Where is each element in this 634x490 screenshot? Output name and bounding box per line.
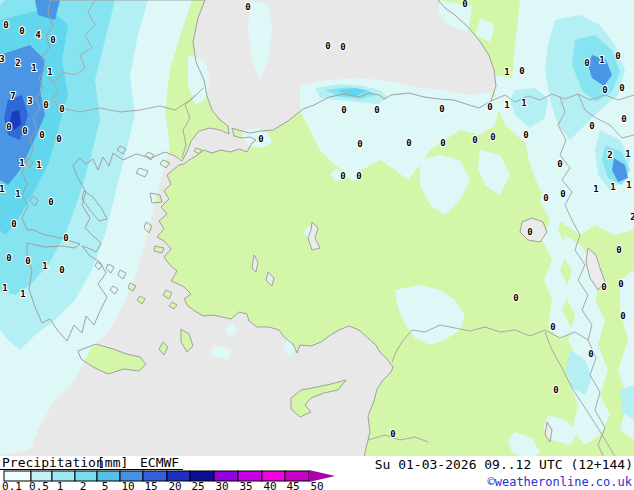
station-value: 0 <box>543 193 548 203</box>
station-value: 0 <box>513 293 518 303</box>
valid-time-label: Su 01-03-2026 09..12 UTC (12+144) <box>375 457 633 472</box>
scale-tick-label: 25 <box>191 480 204 490</box>
station-value: 1 <box>504 100 509 110</box>
scale-tick-label: 15 <box>144 480 157 490</box>
scale-tick-label: 10 <box>121 480 134 490</box>
station-value: 0 <box>325 41 330 51</box>
station-value: 2 <box>630 212 634 222</box>
station-value: 0 <box>22 126 27 136</box>
station-value: 1 <box>599 55 604 65</box>
station-value: 1 <box>36 160 41 170</box>
station-value: 0 <box>245 2 250 12</box>
station-value: 0 <box>523 130 528 140</box>
station-value: 0 <box>63 233 68 243</box>
station-value: 1 <box>593 184 598 194</box>
station-value: 0 <box>472 135 477 145</box>
station-value: 0 <box>602 85 607 95</box>
station-value: 0 <box>39 130 44 140</box>
station-value: 3 <box>0 54 5 64</box>
station-value: 1 <box>31 63 36 73</box>
copyright-label: ©weatheronline.co.uk <box>488 475 633 489</box>
station-value: 1 <box>610 182 615 192</box>
station-value: 1 <box>521 98 526 108</box>
station-value: 0 <box>6 253 11 263</box>
station-value: 0 <box>258 134 263 144</box>
station-value: 0 <box>619 83 624 93</box>
scale-tick-label: 40 <box>263 480 276 490</box>
station-value: 1 <box>47 67 52 77</box>
precipitation-map: 0040321173000000111100000101100000000000… <box>0 0 634 490</box>
station-value: 0 <box>50 35 55 45</box>
station-value: 0 <box>527 227 532 237</box>
station-value: 0 <box>340 171 345 181</box>
station-value: 0 <box>620 311 625 321</box>
legend-title-unit: [mm] <box>97 455 128 470</box>
station-value: 0 <box>357 139 362 149</box>
station-value: 1 <box>19 158 24 168</box>
scale-tick-label: 45 <box>286 480 299 490</box>
station-value: 0 <box>618 279 623 289</box>
station-value: 0 <box>19 26 24 36</box>
scale-tick-label: 50 <box>310 480 323 490</box>
station-value: 0 <box>519 66 524 76</box>
station-value: 1 <box>42 261 47 271</box>
station-value: 2 <box>607 150 612 160</box>
station-value: 0 <box>588 349 593 359</box>
station-value: 0 <box>462 0 467 9</box>
station-value: 0 <box>615 51 620 61</box>
station-value: 1 <box>2 283 7 293</box>
station-value: 0 <box>490 132 495 142</box>
station-value: 1 <box>20 289 25 299</box>
scale-segment <box>52 471 75 481</box>
scale-tick-label: 2 <box>80 480 87 490</box>
station-value: 1 <box>626 180 631 190</box>
station-value: 0 <box>406 138 411 148</box>
station-value: 0 <box>3 20 8 30</box>
scale-tick-label: 0.1 <box>2 480 22 490</box>
station-value: 0 <box>341 105 346 115</box>
station-value: 1 <box>504 67 509 77</box>
legend-title-model: ECMWF <box>140 455 179 470</box>
scale-tick-label: 1 <box>57 480 64 490</box>
station-value: 0 <box>48 197 53 207</box>
station-value: 0 <box>356 171 361 181</box>
station-value: 0 <box>56 134 61 144</box>
station-value: 0 <box>560 189 565 199</box>
station-value: 0 <box>25 256 30 266</box>
station-value: 0 <box>374 105 379 115</box>
station-value: 0 <box>439 104 444 114</box>
scale-tick-label: 30 <box>215 480 228 490</box>
scale-tick-label: 0.5 <box>29 480 49 490</box>
station-value: 1 <box>625 149 630 159</box>
station-value: 0 <box>6 122 11 132</box>
station-value: 0 <box>340 42 345 52</box>
station-value: 0 <box>621 114 626 124</box>
station-value: 0 <box>601 282 606 292</box>
station-value: 1 <box>15 189 20 199</box>
station-value: 0 <box>616 245 621 255</box>
station-value: 0 <box>550 322 555 332</box>
scale-tick-label: 20 <box>168 480 181 490</box>
station-value: 4 <box>35 30 41 40</box>
station-value: 0 <box>43 100 48 110</box>
station-value: 0 <box>487 102 492 112</box>
station-value: 7 <box>10 91 15 101</box>
station-value: 0 <box>589 121 594 131</box>
station-value: 0 <box>390 429 395 439</box>
scale-segment <box>97 471 120 481</box>
station-value: 0 <box>440 138 445 148</box>
station-value: 0 <box>557 159 562 169</box>
station-value: 0 <box>59 104 64 114</box>
weather-map-screenshot: 0040321173000000111100000101100000000000… <box>0 0 634 490</box>
station-value: 2 <box>15 58 20 68</box>
scale-tick-label: 35 <box>239 480 252 490</box>
station-value: 3 <box>27 96 32 106</box>
scale-tick-label: 5 <box>102 480 109 490</box>
station-value: 0 <box>584 58 589 68</box>
station-value: 0 <box>11 219 16 229</box>
station-value: 1 <box>0 184 5 194</box>
station-value: 0 <box>553 385 558 395</box>
legend-title-product: Precipitation <box>2 455 104 470</box>
station-value: 0 <box>59 265 64 275</box>
